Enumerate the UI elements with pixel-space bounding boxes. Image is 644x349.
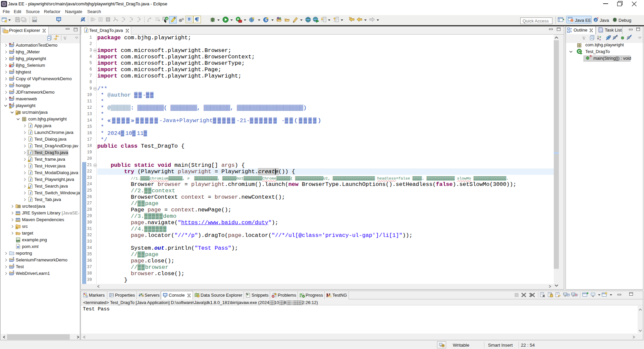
svg-text:J: J: [30, 124, 32, 128]
svg-text:C: C: [578, 49, 581, 53]
svg-text:J: J: [30, 137, 32, 141]
svg-text:z: z: [599, 38, 601, 41]
svg-text:J: J: [30, 144, 32, 148]
svg-text:J: J: [30, 157, 32, 161]
svg-text:J: J: [30, 184, 32, 188]
svg-text:M: M: [9, 96, 11, 99]
svg-text:J: J: [30, 178, 32, 182]
svg-text:G: G: [166, 17, 168, 20]
svg-text:J: J: [85, 29, 87, 33]
svg-text:J: J: [30, 131, 32, 135]
svg-text:M: M: [17, 245, 19, 249]
svg-text:PNG: PNG: [16, 240, 20, 242]
svg-text:M: M: [9, 103, 11, 106]
svg-text:J: J: [30, 191, 32, 195]
svg-text:J: J: [571, 19, 573, 22]
svg-text:J: J: [30, 151, 32, 155]
svg-text:010: 010: [33, 20, 37, 22]
svg-text:M: M: [9, 42, 11, 45]
svg-text:J: J: [30, 171, 32, 175]
svg-text:J: J: [30, 164, 32, 168]
svg-text:S: S: [616, 35, 618, 38]
svg-text:J: J: [30, 198, 32, 202]
svg-text:L: L: [630, 35, 632, 38]
svg-text:J: J: [595, 18, 596, 22]
